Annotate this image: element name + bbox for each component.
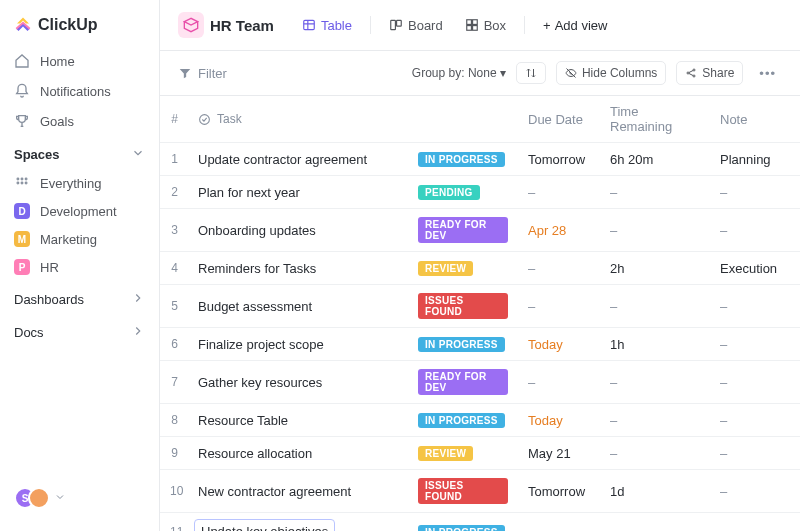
- table-row[interactable]: 1 Update contractor agreement IN PROGRES…: [160, 143, 800, 176]
- due-cell[interactable]: Tomorrow: [518, 144, 600, 175]
- task-cell[interactable]: Budget assessment: [188, 291, 408, 322]
- view-tab-board[interactable]: Board: [381, 13, 451, 38]
- spaces-header-label: Spaces: [14, 147, 60, 162]
- table-row[interactable]: 7 Gather key resources READY FOR DEV – –…: [160, 361, 800, 404]
- task-name: New contractor agreement: [198, 484, 351, 499]
- due-cell[interactable]: Tomorrow: [518, 476, 600, 507]
- table-row[interactable]: 8 Resource Table IN PROGRESS Today – –: [160, 404, 800, 437]
- sidebar-item-docs[interactable]: Docs: [0, 314, 159, 347]
- due-cell[interactable]: Today: [518, 329, 600, 360]
- due-cell[interactable]: –: [518, 253, 600, 284]
- time-cell[interactable]: –: [600, 516, 710, 531]
- add-view-button[interactable]: + Add view: [535, 13, 615, 38]
- task-cell[interactable]: Onboarding updates: [188, 215, 408, 246]
- more-menu[interactable]: •••: [753, 64, 782, 83]
- sidebar-item-space[interactable]: PHR: [0, 253, 159, 281]
- due-cell[interactable]: –: [518, 177, 600, 208]
- task-cell[interactable]: New contractor agreement: [188, 476, 408, 507]
- note-cell[interactable]: –: [710, 516, 800, 531]
- task-cell[interactable]: Resource allocation: [188, 438, 408, 469]
- avatar[interactable]: [28, 487, 50, 509]
- view-tab-box[interactable]: Box: [457, 13, 514, 38]
- due-cell[interactable]: May 21: [518, 438, 600, 469]
- status-cell[interactable]: PENDING: [408, 176, 518, 208]
- col-num[interactable]: #: [160, 104, 188, 134]
- table-row[interactable]: 4 Reminders for Tasks REVIEW – 2h Execut…: [160, 252, 800, 285]
- due-cell[interactable]: Apr 28: [518, 215, 600, 246]
- task-cell[interactable]: Update key objectives: [188, 513, 408, 531]
- task-cell[interactable]: Plan for next year: [188, 177, 408, 208]
- nav-notifications[interactable]: Notifications: [0, 76, 159, 106]
- task-cell[interactable]: Finalize project scope: [188, 329, 408, 360]
- task-cell[interactable]: Resource Table: [188, 405, 408, 436]
- chevron-down-icon[interactable]: [54, 491, 66, 506]
- view-tab-table[interactable]: Table: [294, 13, 360, 38]
- status-cell[interactable]: IN PROGRESS: [408, 404, 518, 436]
- status-cell[interactable]: IN PROGRESS: [408, 516, 518, 532]
- note-cell[interactable]: –: [710, 329, 800, 360]
- task-cell[interactable]: Reminders for Tasks: [188, 253, 408, 284]
- table-row[interactable]: 6 Finalize project scope IN PROGRESS Tod…: [160, 328, 800, 361]
- due-cell[interactable]: –: [518, 291, 600, 322]
- note-cell[interactable]: Planning: [710, 144, 800, 175]
- sidebar-item-dashboards[interactable]: Dashboards: [0, 281, 159, 314]
- note-cell[interactable]: –: [710, 215, 800, 246]
- time-cell[interactable]: –: [600, 367, 710, 398]
- time-cell[interactable]: –: [600, 438, 710, 469]
- status-cell[interactable]: IN PROGRESS: [408, 328, 518, 360]
- note-cell[interactable]: –: [710, 476, 800, 507]
- nav-home[interactable]: Home: [0, 46, 159, 76]
- note-cell[interactable]: –: [710, 177, 800, 208]
- col-note[interactable]: Note: [710, 104, 800, 135]
- note-cell[interactable]: –: [710, 291, 800, 322]
- svg-point-5: [25, 182, 27, 184]
- status-cell[interactable]: IN PROGRESS: [408, 143, 518, 175]
- table-row[interactable]: 5 Budget assessment ISSUES FOUND – – –: [160, 285, 800, 328]
- note-cell[interactable]: Execution: [710, 253, 800, 284]
- spaces-header[interactable]: Spaces: [0, 136, 159, 169]
- note-cell[interactable]: –: [710, 367, 800, 398]
- time-cell[interactable]: –: [600, 177, 710, 208]
- status-cell[interactable]: READY FOR DEV: [408, 361, 518, 403]
- user-avatars[interactable]: S: [0, 477, 159, 519]
- time-cell[interactable]: 1d: [600, 476, 710, 507]
- note-cell[interactable]: –: [710, 405, 800, 436]
- task-cell[interactable]: Update contractor agreement: [188, 144, 408, 175]
- status-cell[interactable]: ISSUES FOUND: [408, 285, 518, 327]
- status-cell[interactable]: REVIEW: [408, 437, 518, 469]
- status-cell[interactable]: READY FOR DEV: [408, 209, 518, 251]
- filter-button[interactable]: Filter: [178, 66, 227, 81]
- due-cell[interactable]: Today: [518, 405, 600, 436]
- table-row[interactable]: 11 Update key objectives IN PROGRESS – –…: [160, 513, 800, 531]
- status-cell[interactable]: ISSUES FOUND: [408, 470, 518, 512]
- col-due[interactable]: Due Date: [518, 104, 600, 135]
- sidebar-item-space[interactable]: DDevelopment: [0, 197, 159, 225]
- sidebar-item-space[interactable]: MMarketing: [0, 225, 159, 253]
- nav-goals[interactable]: Goals: [0, 106, 159, 136]
- brand-logo[interactable]: ClickUp: [0, 12, 159, 46]
- table-row[interactable]: 10 New contractor agreement ISSUES FOUND…: [160, 470, 800, 513]
- note-cell[interactable]: –: [710, 438, 800, 469]
- table-row[interactable]: 9 Resource allocation REVIEW May 21 – –: [160, 437, 800, 470]
- time-cell[interactable]: 6h 20m: [600, 144, 710, 175]
- time-cell[interactable]: 1h: [600, 329, 710, 360]
- time-cell[interactable]: –: [600, 291, 710, 322]
- table-row[interactable]: 3 Onboarding updates READY FOR DEV Apr 2…: [160, 209, 800, 252]
- sidebar-item-everything[interactable]: Everything: [0, 169, 159, 197]
- time-cell[interactable]: –: [600, 215, 710, 246]
- task-name-input[interactable]: Update key objectives: [194, 519, 335, 531]
- task-cell[interactable]: Gather key resources: [188, 367, 408, 398]
- due-cell[interactable]: –: [518, 367, 600, 398]
- share-button[interactable]: Share: [676, 61, 743, 85]
- group-by[interactable]: Group by: None ▾: [412, 66, 506, 80]
- status-cell[interactable]: REVIEW: [408, 252, 518, 284]
- time-cell[interactable]: 2h: [600, 253, 710, 284]
- col-task[interactable]: Task: [188, 104, 408, 134]
- hide-columns-button[interactable]: Hide Columns: [556, 61, 666, 85]
- time-cell[interactable]: –: [600, 405, 710, 436]
- table-row[interactable]: 2 Plan for next year PENDING – – –: [160, 176, 800, 209]
- sort-button[interactable]: [516, 62, 546, 84]
- due-cell[interactable]: –: [518, 516, 600, 531]
- col-time[interactable]: Time Remaining: [600, 96, 710, 142]
- col-status[interactable]: [408, 111, 518, 127]
